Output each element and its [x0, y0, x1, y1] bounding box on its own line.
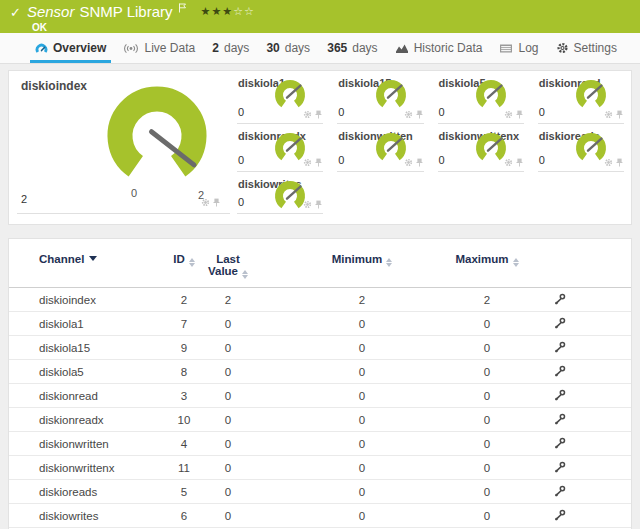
column-header-maximum[interactable]: Maximum [437, 243, 537, 288]
channel-minimum: 2 [312, 288, 412, 312]
sort-icon [513, 258, 519, 267]
gauge-gear-icon[interactable] [504, 110, 513, 119]
channel-row-diskiola15[interactable]: diskiola159000 [9, 336, 631, 360]
channel-row-diskiowrites[interactable]: diskiowrites6000 [9, 504, 631, 528]
channel-settings-wrench-icon[interactable] [554, 437, 566, 449]
channel-id: 2 [164, 288, 204, 312]
gauge-last-value: 0 [439, 154, 445, 166]
chart-icon [395, 43, 409, 54]
gauge-last-value: 0 [338, 154, 344, 166]
gauge-gear-icon[interactable] [604, 158, 613, 167]
gauge-pin-icon[interactable] [315, 158, 322, 167]
gauge-actions [504, 158, 523, 167]
channel-row-diskionwritten[interactable]: diskionwritten4000 [9, 432, 631, 456]
channel-settings-wrench-icon[interactable] [554, 365, 566, 377]
channel-settings-wrench-icon[interactable] [554, 509, 566, 521]
gauge-last-value: 0 [238, 154, 244, 166]
gauge-dial [267, 177, 313, 220]
star-filled-icon[interactable]: ★ [222, 5, 233, 17]
gauge-pin-icon[interactable] [616, 158, 623, 167]
gauge-gear-icon[interactable] [201, 198, 210, 207]
column-header-channel[interactable]: Channel [9, 243, 164, 288]
gauge-gear-icon[interactable] [303, 158, 312, 167]
gauge-last-value: 0 [439, 106, 445, 118]
tab-live-data[interactable]: Live Data [116, 33, 202, 63]
column-header-last-value[interactable]: Last Value [204, 243, 252, 288]
channel-id: 11 [164, 456, 204, 480]
channel-name: diskiowrites [9, 504, 164, 528]
tab-settings[interactable]: Settings [549, 33, 624, 63]
channel-last-value: 0 [204, 336, 252, 360]
tab-historic-data[interactable]: Historic Data [388, 33, 490, 63]
gauge-last-value: 0 [238, 106, 244, 118]
channel-settings-wrench-icon[interactable] [554, 461, 566, 473]
channel-name: diskionwrittenx [9, 456, 164, 480]
gauge-gear-icon[interactable] [404, 110, 413, 119]
tab-log[interactable]: Log [492, 33, 545, 63]
priority-stars[interactable]: ★★★☆☆ [201, 3, 255, 19]
gauge-gear-icon[interactable] [404, 158, 413, 167]
gauge-gear-icon[interactable] [504, 158, 513, 167]
channel-maximum: 0 [437, 480, 537, 504]
tab-bar: OverviewLive Data2days30days365daysHisto… [0, 33, 640, 64]
tab-number: 365 [327, 41, 347, 55]
gauge-pin-icon[interactable] [416, 158, 423, 167]
channel-id: 9 [164, 336, 204, 360]
channel-settings-wrench-icon[interactable] [554, 317, 566, 329]
tab-label: Live Data [144, 41, 195, 55]
channel-settings-wrench-icon[interactable] [554, 485, 566, 497]
gauge-last-value: 0 [539, 106, 545, 118]
gauge-pin-icon[interactable] [213, 198, 220, 207]
flag-icon[interactable] [178, 0, 187, 16]
column-header-minimum[interactable]: Minimum [312, 243, 412, 288]
gauge-pin-icon[interactable] [315, 200, 322, 209]
channel-settings-wrench-icon[interactable] [554, 413, 566, 425]
sensor-status-badge: OK [32, 22, 255, 33]
gauge-gear-icon[interactable] [303, 110, 312, 119]
gauge-gear-icon[interactable] [604, 110, 613, 119]
star-filled-icon[interactable]: ★ [201, 5, 212, 17]
channel-row-diskioindex[interactable]: diskioindex2222 [9, 288, 631, 312]
sort-icon [242, 270, 248, 279]
log-icon [499, 43, 513, 54]
star-empty-icon[interactable]: ☆ [244, 5, 255, 17]
channel-row-diskionreadx[interactable]: diskionreadx10000 [9, 408, 631, 432]
gauges-panel: diskioindex 0 2 2 diskiola10diskiola150d… [8, 70, 632, 225]
gauge-pin-icon[interactable] [516, 158, 523, 167]
star-empty-icon[interactable]: ☆ [233, 5, 244, 17]
channel-maximum: 0 [437, 384, 537, 408]
channel-settings-wrench-icon[interactable] [554, 341, 566, 353]
tab-2-days[interactable]: 2days [205, 33, 256, 63]
channel-last-value: 0 [204, 384, 252, 408]
channel-last-value: 0 [204, 360, 252, 384]
channel-settings-wrench-icon[interactable] [554, 389, 566, 401]
tab-365-days[interactable]: 365days [320, 33, 384, 63]
tab-overview[interactable]: Overview [28, 33, 113, 63]
channel-row-diskionread[interactable]: diskionread3000 [9, 384, 631, 408]
channel-last-value: 0 [204, 432, 252, 456]
channel-id: 3 [164, 384, 204, 408]
gauge-actions [303, 200, 322, 209]
gauge-pin-icon[interactable] [416, 110, 423, 119]
sensor-title-line: Sensor SNMP Library ★★★☆☆ [27, 4, 255, 21]
column-header-id[interactable]: ID [164, 243, 204, 288]
channel-row-diskiola1[interactable]: diskiola17000 [9, 312, 631, 336]
gauge-icon [35, 42, 48, 54]
gear-icon [556, 42, 569, 54]
tab-30-days[interactable]: 30days [259, 33, 317, 63]
channel-row-diskioreads[interactable]: diskioreads5000 [9, 480, 631, 504]
gauge-pin-icon[interactable] [516, 110, 523, 119]
channel-row-diskiola5[interactable]: diskiola58000 [9, 360, 631, 384]
empty-gauge-cell [538, 172, 624, 214]
channel-settings-wrench-icon[interactable] [554, 293, 566, 305]
star-filled-icon[interactable]: ★ [211, 5, 222, 17]
gauge-label: diskioindex [21, 79, 87, 93]
channel-minimum: 0 [312, 384, 412, 408]
gauge-gear-icon[interactable] [303, 200, 312, 209]
gauge-pin-icon[interactable] [616, 110, 623, 119]
channel-maximum: 0 [437, 360, 537, 384]
channel-minimum: 0 [312, 408, 412, 432]
gauge-pin-icon[interactable] [315, 110, 322, 119]
channel-row-diskionwrittenx[interactable]: diskionwrittenx11000 [9, 456, 631, 480]
channel-minimum: 0 [312, 480, 412, 504]
